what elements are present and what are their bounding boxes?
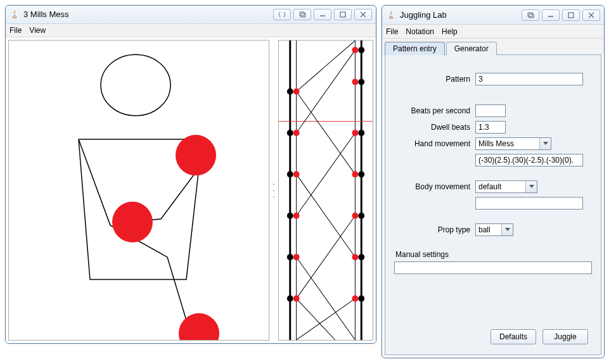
- svg-point-4: [101, 54, 170, 116]
- svg-line-17: [297, 50, 356, 133]
- svg-point-10: [273, 196, 274, 198]
- svg-point-33: [352, 130, 358, 136]
- svg-line-23: [297, 299, 356, 340]
- window-title: Juggling Lab: [400, 10, 522, 20]
- restore-overlap-icon[interactable]: [522, 9, 539, 21]
- splitter-handle[interactable]: [272, 40, 276, 341]
- window-controls: [522, 9, 600, 21]
- svg-line-22: [297, 257, 356, 340]
- minimize-button[interactable]: [542, 9, 560, 21]
- button-bar: Defaults Juggle: [394, 323, 592, 348]
- svg-point-43: [287, 254, 293, 260]
- juggle-button[interactable]: Juggle: [542, 329, 588, 344]
- menu-file[interactable]: File: [10, 26, 22, 35]
- svg-point-7: [179, 313, 219, 340]
- split-left-right-icon[interactable]: [273, 9, 291, 20]
- menu-file[interactable]: File: [386, 27, 398, 36]
- tab-pattern-entry[interactable]: Pattern entry: [385, 42, 445, 55]
- svg-line-24: [297, 299, 335, 340]
- prop-label: Prop type: [394, 225, 470, 234]
- svg-point-44: [293, 254, 300, 260]
- svg-rect-1: [301, 13, 305, 17]
- svg-point-29: [287, 88, 293, 94]
- svg-point-42: [358, 213, 364, 219]
- pattern-input[interactable]: [475, 73, 583, 85]
- bodymove-string-input[interactable]: [475, 197, 583, 210]
- dwell-label: Dwell beats: [394, 123, 470, 132]
- handmove-string-input[interactable]: [475, 154, 583, 166]
- manual-settings-input[interactable]: [394, 261, 592, 274]
- svg-point-30: [293, 88, 300, 94]
- svg-point-38: [358, 171, 364, 177]
- window-title: 3 Mills Mess: [23, 9, 273, 19]
- handmove-label: Hand movement: [394, 139, 470, 148]
- java-icon: [10, 9, 20, 20]
- window-controls: [273, 9, 372, 20]
- bodymove-value: default: [476, 182, 525, 191]
- tab-generator[interactable]: Generator: [446, 42, 497, 55]
- svg-point-28: [358, 78, 364, 85]
- menubar: File View: [6, 24, 376, 37]
- svg-line-19: [297, 133, 356, 216]
- handmove-select[interactable]: Mills Mess: [475, 137, 551, 150]
- ladder-diagram: [278, 40, 373, 341]
- svg-point-47: [287, 296, 293, 302]
- pattern-entry-panel: Pattern Beats per second Dwell beats Han…: [385, 54, 601, 355]
- pattern-form: Pattern Beats per second Dwell beats Han…: [394, 73, 592, 236]
- maximize-button[interactable]: [562, 9, 580, 21]
- svg-point-5: [176, 135, 216, 175]
- defaults-button[interactable]: Defaults: [491, 329, 536, 344]
- bps-label: Beats per second: [394, 106, 470, 115]
- svg-point-8: [273, 184, 274, 185]
- prop-select[interactable]: ball: [475, 223, 513, 236]
- menubar: File Notation Help: [382, 25, 604, 39]
- svg-rect-0: [300, 12, 304, 16]
- maximize-button[interactable]: [334, 9, 352, 20]
- svg-point-32: [293, 130, 300, 136]
- svg-point-46: [358, 254, 364, 260]
- svg-point-31: [287, 130, 293, 136]
- svg-point-40: [293, 213, 300, 219]
- bps-input[interactable]: [475, 104, 506, 117]
- svg-point-48: [293, 296, 300, 302]
- titlebar[interactable]: 3 Mills Mess: [6, 6, 376, 24]
- svg-rect-51: [528, 13, 532, 16]
- bodymove-select[interactable]: default: [475, 180, 537, 193]
- juggler-visualization: [8, 40, 269, 341]
- manual-settings-label: Manual settings: [394, 250, 592, 259]
- bodymove-label: Body movement: [394, 182, 470, 191]
- close-button[interactable]: [354, 9, 372, 20]
- svg-line-20: [297, 174, 356, 257]
- svg-point-36: [293, 171, 300, 177]
- svg-point-26: [358, 47, 364, 53]
- svg-point-27: [352, 78, 358, 85]
- handmove-value: Mills Mess: [476, 139, 539, 148]
- svg-point-25: [352, 47, 358, 53]
- titlebar[interactable]: Juggling Lab: [382, 6, 604, 25]
- minimize-button[interactable]: [314, 9, 331, 20]
- svg-point-37: [352, 171, 358, 177]
- svg-line-21: [297, 216, 356, 299]
- java-icon: [386, 10, 396, 20]
- content-area: [6, 37, 376, 343]
- svg-line-18: [297, 92, 356, 175]
- svg-point-9: [273, 190, 274, 191]
- menu-help[interactable]: Help: [442, 27, 458, 36]
- chevron-down-icon: [539, 138, 551, 149]
- svg-line-16: [297, 41, 356, 92]
- svg-rect-52: [529, 14, 534, 18]
- svg-rect-54: [568, 13, 574, 18]
- chevron-down-icon: [501, 224, 513, 235]
- dwell-input[interactable]: [475, 121, 506, 134]
- prop-value: ball: [476, 225, 501, 234]
- svg-point-6: [112, 202, 153, 242]
- pattern-label: Pattern: [394, 75, 470, 84]
- restore-overlap-icon[interactable]: [293, 9, 311, 20]
- menu-notation[interactable]: Notation: [406, 27, 434, 36]
- juggling-lab-window: Juggling Lab File Notation Help Pattern …: [382, 5, 605, 358]
- close-button[interactable]: [582, 9, 600, 21]
- menu-view[interactable]: View: [29, 26, 46, 35]
- svg-point-41: [352, 213, 358, 219]
- chevron-down-icon: [525, 181, 537, 192]
- mills-mess-window: 3 Mills Mess File View: [5, 5, 376, 344]
